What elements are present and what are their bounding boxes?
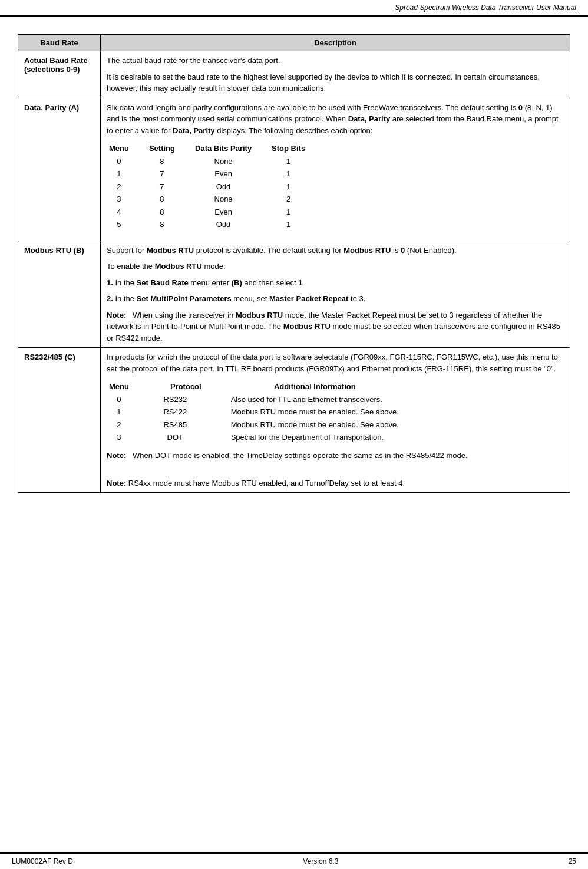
header-title: Spread Spectrum Wireless Data Transceive… (395, 4, 576, 12)
parity-setting-3: 8 (147, 193, 193, 206)
desc-rs232-485: In products for which the protocol of th… (101, 348, 570, 493)
main-content: Baud Rate Description Actual Baud Rate (… (0, 17, 588, 528)
page-footer: LUM0002AF Rev D Version 6.3 25 (0, 852, 588, 869)
parity-menu-2: 2 (107, 180, 147, 193)
parity-stopbits-2: 1 (269, 180, 323, 193)
modbus-note: Note: When using the transceiver in Modb… (107, 310, 564, 344)
parity-setting-1: 7 (147, 167, 193, 180)
data-parity-p1: Six data word length and parity configur… (107, 102, 564, 137)
rs232-menu-1: 1 (107, 406, 147, 419)
parity-databits-0: None (193, 155, 269, 168)
table-row-actual-baud: Actual Baud Rate (selections 0-9) The ac… (18, 51, 570, 98)
desc-data-parity: Six data word length and parity configur… (101, 98, 570, 241)
rs232-note1: Note: When DOT mode is enabled, the Time… (107, 450, 564, 462)
inner-col-databits: Data Bits Parity (193, 142, 269, 155)
actual-baud-p2: It is desirable to set the baud rate to … (107, 71, 564, 94)
parity-databits-2: Odd (193, 180, 269, 193)
parity-setting-5: 8 (147, 218, 193, 231)
data-parity-inner-table: Menu Setting Data Bits Parity Stop Bits … (107, 142, 323, 231)
parity-menu-4: 4 (107, 206, 147, 219)
inner-col-stopbits: Stop Bits (269, 142, 323, 155)
parity-databits-4: Even (193, 206, 269, 219)
col-header-baud-rate: Baud Rate (18, 35, 101, 51)
rs232-info-0: Also used for TTL and Ethernet transceiv… (219, 393, 417, 406)
page-header: Spread Spectrum Wireless Data Transceive… (0, 0, 588, 17)
parity-row-0: 0 8 None 1 (107, 155, 323, 168)
rs232-info-1: Modbus RTU mode must be enabled. See abo… (219, 406, 417, 419)
rs232-p1: In products for which the protocol of th… (107, 351, 564, 374)
rs232-inner-table: Menu Protocol Additional Information 0 R… (107, 380, 417, 444)
parity-row-4: 4 8 Even 1 (107, 206, 323, 219)
rs232-row-3: 3 DOT Special for the Department of Tran… (107, 431, 417, 444)
desc-modbus-rtu: Support for Modbus RTU protocol is avail… (101, 241, 570, 348)
desc-actual-baud: The actual baud rate for the transceiver… (101, 51, 570, 98)
label-data-parity: Data, Parity (A) (18, 98, 101, 241)
parity-stopbits-4: 1 (269, 206, 323, 219)
rs232-menu-0: 0 (107, 393, 147, 406)
parity-setting-4: 8 (147, 206, 193, 219)
baud-rate-table: Baud Rate Description Actual Baud Rate (… (18, 34, 570, 493)
rs232-proto-2: RS485 (147, 419, 219, 432)
rs232-proto-1: RS422 (147, 406, 219, 419)
rs232-note2: Note: RS4xx mode must have Modbus RTU en… (107, 478, 564, 489)
parity-setting-0: 8 (147, 155, 193, 168)
parity-menu-0: 0 (107, 155, 147, 168)
rs232-col-info: Additional Information (219, 380, 417, 393)
actual-baud-p1: The actual baud rate for the transceiver… (107, 55, 564, 67)
parity-setting-2: 7 (147, 180, 193, 193)
modbus-p1: Support for Modbus RTU protocol is avail… (107, 245, 564, 256)
parity-databits-1: Even (193, 167, 269, 180)
rs232-proto-0: RS232 (147, 393, 219, 406)
footer-center: Version 6.3 (303, 857, 338, 865)
parity-stopbits-0: 1 (269, 155, 323, 168)
parity-row-2: 2 7 Odd 1 (107, 180, 323, 193)
modbus-p3: 1. In the Set Baud Rate menu enter (B) a… (107, 277, 564, 289)
table-row-modbus-rtu: Modbus RTU (B) Support for Modbus RTU pr… (18, 241, 570, 348)
footer-right: 25 (569, 857, 576, 865)
footer-left: LUM0002AF Rev D (12, 857, 73, 865)
inner-col-menu: Menu (107, 142, 147, 155)
rs232-col-protocol: Protocol (147, 380, 219, 393)
col-header-description: Description (101, 35, 570, 51)
label-modbus-rtu: Modbus RTU (B) (18, 241, 101, 348)
rs232-menu-3: 3 (107, 431, 147, 444)
parity-stopbits-3: 2 (269, 193, 323, 206)
parity-row-5: 5 8 Odd 1 (107, 218, 323, 231)
parity-stopbits-1: 1 (269, 167, 323, 180)
table-row-data-parity: Data, Parity (A) Six data word length an… (18, 98, 570, 241)
table-row-rs232-485: RS232/485 (C) In products for which the … (18, 348, 570, 493)
modbus-p2: To enable the Modbus RTU mode: (107, 261, 564, 272)
parity-menu-1: 1 (107, 167, 147, 180)
parity-row-3: 3 8 None 2 (107, 193, 323, 206)
rs232-info-3: Special for the Department of Transporta… (219, 431, 417, 444)
rs232-menu-2: 2 (107, 419, 147, 432)
parity-menu-5: 5 (107, 218, 147, 231)
rs232-row-2: 2 RS485 Modbus RTU mode must be enabled.… (107, 419, 417, 432)
label-rs232-485: RS232/485 (C) (18, 348, 101, 493)
modbus-p4: 2. In the Set MultiPoint Parameters menu… (107, 293, 564, 305)
parity-databits-3: None (193, 193, 269, 206)
parity-databits-5: Odd (193, 218, 269, 231)
parity-menu-3: 3 (107, 193, 147, 206)
rs232-col-menu: Menu (107, 380, 147, 393)
rs232-row-1: 1 RS422 Modbus RTU mode must be enabled.… (107, 406, 417, 419)
inner-col-setting: Setting (147, 142, 193, 155)
rs232-info-2: Modbus RTU mode must be enabled. See abo… (219, 419, 417, 432)
parity-row-1: 1 7 Even 1 (107, 167, 323, 180)
rs232-row-0: 0 RS232 Also used for TTL and Ethernet t… (107, 393, 417, 406)
rs232-proto-3: DOT (147, 431, 219, 444)
label-actual-baud: Actual Baud Rate (selections 0-9) (18, 51, 101, 98)
parity-stopbits-5: 1 (269, 218, 323, 231)
